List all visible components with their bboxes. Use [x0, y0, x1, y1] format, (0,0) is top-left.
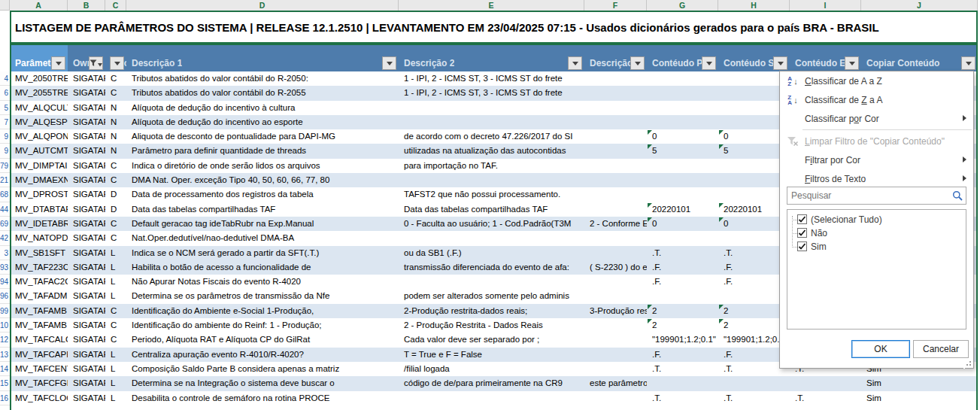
cell-desc2[interactable]: 2 - Produção Restrita - Dados Reais — [399, 318, 584, 333]
cell-por[interactable]: .F. — [647, 275, 718, 289]
checkbox-nao[interactable]: Não — [787, 226, 966, 240]
cell-desc3[interactable] — [584, 348, 647, 362]
cell-desc3[interactable]: 3-Produção res — [584, 304, 647, 318]
cell-por[interactable]: 5 — [647, 144, 718, 158]
cell-owner[interactable]: SIGATAF — [68, 159, 105, 173]
row-number[interactable]: 79 — [0, 159, 10, 173]
cell-tipo[interactable]: N — [105, 129, 126, 144]
cell-spa[interactable] — [718, 376, 790, 390]
cell-param[interactable]: MV_TAFADM — [10, 289, 68, 303]
cell-tipo[interactable]: C — [105, 159, 126, 173]
cell-copiar[interactable]: Sim — [861, 376, 978, 390]
cell-desc1[interactable]: Determina se na Integração o sistema dev… — [126, 376, 399, 390]
checkbox-select-all[interactable]: (Selecionar Tudo) — [787, 213, 966, 226]
cell-param[interactable]: MV_AUTCMT — [10, 144, 68, 158]
row-number[interactable]: 42 — [0, 231, 10, 245]
row-number[interactable]: 9 — [0, 144, 10, 158]
cell-desc3[interactable] — [584, 101, 647, 115]
cell-owner[interactable]: SIGATAF — [68, 304, 105, 318]
cell-por[interactable] — [647, 173, 718, 187]
filter-button-descricao-2[interactable] — [568, 56, 582, 70]
row-number[interactable]: 96 — [0, 289, 10, 303]
row-number[interactable]: 9 — [0, 129, 10, 144]
cell-desc2[interactable]: Cada valor deve ser separado por ; — [399, 333, 584, 347]
cell-por[interactable]: .F. — [647, 260, 718, 275]
cell-desc1[interactable]: Indica se o NCM será gerado a partir da … — [126, 246, 399, 260]
column-header-conteudo-por[interactable]: Contéudo POR — [647, 44, 718, 71]
cell-desc1[interactable]: Alíquota de dedução do incentivo à cultu… — [126, 101, 399, 115]
column-letter-e[interactable]: E — [399, 0, 584, 11]
cell-tipo[interactable]: L — [105, 362, 126, 376]
column-letter-i[interactable]: I — [790, 0, 861, 11]
row-number[interactable]: 14 — [0, 362, 10, 376]
cell-desc2[interactable]: 0 - Faculta ao usuário; 1 - Cod.Padrão(T… — [399, 217, 584, 231]
column-letter-d[interactable]: D — [126, 0, 399, 11]
cell-owner[interactable]: SIGATAF — [68, 275, 105, 289]
cell-tipo[interactable]: C — [105, 71, 126, 86]
row-number[interactable]: 12 — [0, 333, 10, 347]
cell-tipo[interactable]: L — [105, 260, 126, 275]
cell-desc2[interactable] — [399, 275, 584, 289]
cell-param[interactable]: MV_TAFCAPR — [10, 348, 68, 362]
cell-eng[interactable] — [790, 376, 861, 390]
cell-param[interactable]: MV_DMAEXN — [10, 173, 68, 187]
select-all-corner[interactable] — [0, 0, 10, 11]
cell-desc1[interactable]: Centraliza apuração evento R-4010/R-4020… — [126, 348, 399, 362]
cell-por[interactable] — [647, 187, 718, 202]
column-header-descricao-1[interactable]: Descrição 1 — [126, 44, 399, 71]
cell-tipo[interactable]: C — [105, 173, 126, 187]
row-number[interactable]: 69 — [0, 217, 10, 231]
cell-por[interactable] — [647, 159, 718, 173]
cell-desc2[interactable] — [399, 391, 584, 405]
cell-desc3[interactable]: ( S-2230 ) do eS — [584, 260, 647, 275]
menu-item-sort-a-to-z[interactable]: AZ↓ Classificar de A a Z — [780, 71, 973, 90]
cell-owner[interactable]: SIGATAF — [68, 376, 105, 390]
cell-desc2[interactable]: ou da SB1 (.F.) — [399, 246, 584, 260]
cell-por[interactable] — [647, 86, 718, 100]
cell-desc2[interactable]: 1 - IPI, 2 - ICMS ST, 3 - ICMS ST do fre… — [399, 86, 584, 100]
row-number[interactable]: 15 — [0, 376, 10, 390]
filter-button-descricao-1[interactable] — [382, 56, 396, 70]
cell-owner[interactable]: SIGATAF — [68, 173, 105, 187]
filter-button-conteudo-eng[interactable] — [845, 56, 859, 70]
cell-desc1[interactable]: Desabilita o controle de semáforo na rot… — [126, 391, 399, 405]
cell-desc3[interactable] — [584, 246, 647, 260]
row-number[interactable]: 94 — [0, 275, 10, 289]
cell-desc2[interactable] — [399, 101, 584, 115]
cell-desc3[interactable] — [584, 202, 647, 217]
cell-param[interactable]: MV_TAFCFGE — [10, 376, 68, 390]
cell-desc2[interactable]: TAFST2 que não possui processamento. — [399, 187, 584, 202]
cell-owner[interactable]: SIGATAF — [68, 246, 105, 260]
cell-desc3[interactable] — [584, 362, 647, 376]
cell-desc1[interactable]: Identificação do ambiente do Reinf: 1 - … — [126, 318, 399, 333]
column-header-conteudo-spa[interactable]: Contéudo SPA — [718, 44, 790, 71]
cell-tipo[interactable]: C — [105, 318, 126, 333]
cell-owner[interactable]: SIGATAF — [68, 144, 105, 158]
row-number[interactable]: 44 — [0, 202, 10, 217]
row-number[interactable]: 21 — [0, 173, 10, 187]
cell-param[interactable]: MV_2055TRE — [10, 86, 68, 100]
cell-desc3[interactable] — [584, 318, 647, 333]
cell-param[interactable]: MV_TAFCENT — [10, 362, 68, 376]
cell-por[interactable] — [647, 71, 718, 86]
filter-button-copiar-conteudo[interactable] — [961, 56, 975, 70]
cell-owner[interactable]: SIGATAF — [68, 348, 105, 362]
cell-desc1[interactable]: Identificação do Ambiente e-Social 1-Pro… — [126, 304, 399, 318]
cell-param[interactable]: MV_TAF223C — [10, 260, 68, 275]
cell-por[interactable] — [647, 115, 718, 129]
cell-desc2[interactable]: para importação no TAF. — [399, 159, 584, 173]
cell-desc1[interactable]: Aliquota de desconto de pontualidade par… — [126, 129, 399, 144]
cell-desc3[interactable] — [584, 333, 647, 347]
cell-por[interactable]: 2 — [647, 318, 718, 333]
column-header-tipo[interactable]: Tipo — [105, 44, 126, 71]
column-header-conteudo-eng[interactable]: Contéudo ENG — [790, 44, 861, 71]
cell-tipo[interactable]: C — [105, 333, 126, 347]
row-number[interactable]: 5 — [0, 101, 10, 115]
cell-desc1[interactable]: Nat.Oper.dedutível/nao-dedutivel DMA-BA — [126, 231, 399, 245]
cell-tipo[interactable]: D — [105, 202, 126, 217]
cell-desc3[interactable] — [584, 115, 647, 129]
cell-tipo[interactable]: C — [105, 86, 126, 100]
cell-desc2[interactable] — [399, 173, 584, 187]
cell-copiar[interactable]: Sim — [861, 391, 978, 405]
cell-desc1[interactable]: Composição Saldo Parte B considera apena… — [126, 362, 399, 376]
